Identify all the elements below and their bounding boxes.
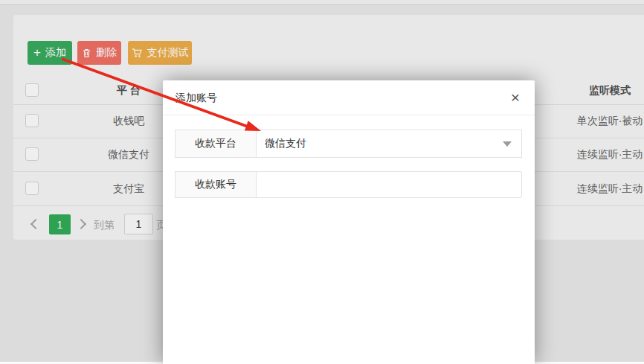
platform-form-row: 收款平台 微信支付 bbox=[175, 130, 522, 158]
current-page-button[interactable]: 1 bbox=[49, 214, 71, 234]
app-window: + 添加 删除 支付测试 平 台 监听模式 收钱吧 单次监听·被动 微信支付 连… bbox=[0, 0, 644, 364]
platform-field-label: 收款平台 bbox=[175, 130, 257, 158]
platform-cell: 收钱吧 bbox=[91, 105, 166, 138]
goto-page-input[interactable] bbox=[124, 214, 153, 234]
account-field-label: 收款账号 bbox=[175, 171, 257, 198]
modal-header: 添加账号 × bbox=[163, 80, 535, 115]
listen-mode-cell: 连续监听·主动 bbox=[554, 172, 644, 205]
account-input[interactable] bbox=[257, 171, 522, 198]
delete-button-label: 删除 bbox=[96, 46, 117, 60]
row-checkbox[interactable] bbox=[25, 147, 39, 161]
trash-icon bbox=[82, 48, 91, 58]
platform-select-value: 微信支付 bbox=[265, 137, 306, 150]
select-all-checkbox[interactable] bbox=[25, 83, 39, 97]
modal-title: 添加账号 bbox=[176, 80, 217, 115]
platform-select[interactable]: 微信支付 bbox=[257, 130, 522, 158]
pay-test-button[interactable]: 支付测试 bbox=[128, 41, 192, 65]
platform-cell: 支付宝 bbox=[91, 172, 166, 205]
header-platform: 平 台 bbox=[91, 77, 166, 104]
chevron-down-icon bbox=[503, 141, 512, 147]
row-checkbox[interactable] bbox=[25, 114, 39, 127]
plus-icon: + bbox=[33, 46, 41, 59]
add-account-modal: 添加账号 × 收款平台 微信支付 收款账号 bbox=[163, 80, 535, 364]
account-form-row: 收款账号 bbox=[175, 171, 522, 198]
goto-page-label: 到第 bbox=[94, 219, 115, 232]
listen-mode-cell: 连续监听·主动 bbox=[554, 138, 644, 171]
prev-page-button[interactable] bbox=[26, 215, 44, 233]
delete-button[interactable]: 删除 bbox=[77, 41, 121, 65]
listen-mode-cell: 单次监听·被动 bbox=[554, 105, 644, 138]
pay-test-button-label: 支付测试 bbox=[147, 46, 189, 60]
row-checkbox[interactable] bbox=[25, 182, 39, 195]
next-page-button[interactable] bbox=[74, 215, 91, 233]
cart-icon bbox=[132, 48, 143, 58]
close-icon: × bbox=[511, 89, 520, 105]
close-button[interactable]: × bbox=[506, 88, 524, 106]
add-button-label: 添加 bbox=[45, 46, 66, 60]
header-listen-mode: 监听模式 bbox=[554, 77, 644, 104]
add-button[interactable]: + 添加 bbox=[28, 41, 72, 65]
platform-cell: 微信支付 bbox=[91, 138, 166, 171]
top-bar bbox=[0, 0, 644, 5]
